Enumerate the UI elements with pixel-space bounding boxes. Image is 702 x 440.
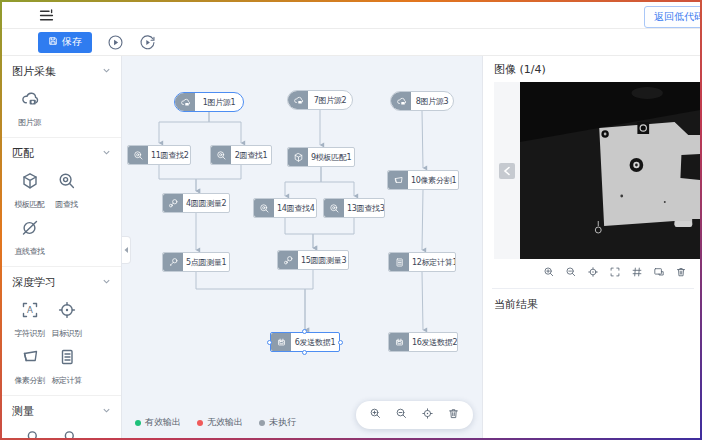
node-label: 12标定计算1 bbox=[409, 253, 455, 271]
pixel-segment-icon bbox=[388, 171, 408, 189]
result-panel: 图像 (1/4) bbox=[483, 56, 700, 438]
flow-canvas[interactable]: 1图片源17图片源28图片源311圆查找22圆查找19模板匹配110像素分割14… bbox=[122, 56, 483, 438]
zoom-out-icon bbox=[565, 266, 577, 281]
circle-find-icon bbox=[57, 171, 77, 195]
prev-image-button[interactable] bbox=[499, 163, 515, 179]
tool-label: 直线查找 bbox=[15, 246, 45, 257]
locate-button[interactable] bbox=[587, 266, 599, 281]
tool-circle-find[interactable]: 圆查找 bbox=[51, 171, 82, 210]
save-icon bbox=[48, 36, 58, 48]
tool-image-source[interactable]: 图片源 bbox=[14, 89, 45, 128]
chevron-down-icon bbox=[102, 147, 111, 160]
tool-label: 标定计算 bbox=[52, 375, 82, 386]
svg-text:A: A bbox=[27, 305, 33, 315]
flow-node-n12[interactable]: 12标定计算1 bbox=[388, 252, 456, 272]
tool-target-recog[interactable]: 目标识别 bbox=[51, 300, 82, 339]
section-header[interactable]: 测量 bbox=[12, 403, 111, 419]
topbar: 返回低代码 bbox=[2, 2, 700, 29]
node-label: 9模板匹配1 bbox=[308, 148, 354, 166]
image-source-icon bbox=[175, 93, 195, 111]
run-continuous-button[interactable] bbox=[138, 33, 156, 51]
node-label: 7图片源2 bbox=[308, 91, 352, 109]
section-title: 图片采集 bbox=[12, 64, 56, 79]
flow-node-n13[interactable]: 13圆查找3 bbox=[323, 198, 385, 218]
tool-label: 目标识别 bbox=[52, 328, 82, 339]
tool-circle-circle-measure[interactable]: 圆圆测量 bbox=[14, 429, 45, 438]
flow-node-n7[interactable]: 7图片源2 bbox=[287, 90, 353, 110]
legend-label: 未执行 bbox=[269, 416, 296, 429]
image-viewer bbox=[483, 82, 700, 259]
flow-node-n16[interactable]: 16发送数据2 bbox=[388, 332, 458, 352]
tool-point-circle-measure[interactable]: 点圆测量 bbox=[51, 429, 82, 438]
save-button[interactable]: 保存 bbox=[38, 32, 92, 53]
compare-icon bbox=[653, 266, 665, 281]
menu-icon[interactable] bbox=[38, 7, 55, 24]
delete-button[interactable] bbox=[447, 407, 460, 423]
section-header[interactable]: 深度学习 bbox=[12, 274, 111, 290]
port-bottom[interactable] bbox=[302, 350, 307, 355]
image-counter: 图像 (1/4) bbox=[483, 56, 700, 82]
template-match-icon bbox=[20, 171, 40, 195]
sidebar-section-0: 图片采集图片源 bbox=[2, 56, 121, 138]
flow-node-n9[interactable]: 9模板匹配1 bbox=[287, 147, 355, 167]
point-circle-measure-icon bbox=[163, 253, 183, 271]
zoom-out-button[interactable] bbox=[565, 266, 577, 281]
send-data-icon bbox=[389, 333, 409, 351]
section-title: 匹配 bbox=[12, 146, 34, 161]
flow-node-n4[interactable]: 4圆圆测量2 bbox=[162, 193, 230, 213]
flow-node-n5[interactable]: 5点圆测量1 bbox=[162, 252, 230, 272]
back-to-lowcode-button[interactable]: 返回低代码 bbox=[644, 6, 702, 28]
zoom-in-button[interactable] bbox=[543, 266, 555, 281]
status-legend: 有效输出无效输出未执行 bbox=[135, 416, 296, 429]
delete-button[interactable] bbox=[675, 266, 687, 281]
target-recog-icon bbox=[57, 300, 77, 324]
circle-find-icon bbox=[254, 199, 274, 217]
image-source-icon bbox=[288, 91, 308, 109]
tool-calib-calc[interactable]: 标定计算 bbox=[51, 347, 82, 386]
tool-label: 模板匹配 bbox=[15, 199, 45, 210]
tool-label: 图片源 bbox=[18, 117, 41, 128]
flow-node-n1[interactable]: 1图片源1 bbox=[174, 92, 244, 112]
flow-node-n8[interactable]: 8图片源3 bbox=[390, 91, 454, 111]
flow-node-n14[interactable]: 14圆查找4 bbox=[253, 198, 317, 218]
tool-pixel-segment[interactable]: 像素分割 bbox=[14, 347, 45, 386]
flow-node-n11[interactable]: 11圆查找2 bbox=[127, 145, 191, 165]
circle-find-icon bbox=[128, 146, 148, 164]
sidebar-section-3: 测量圆圆测量点圆测量点点测量 bbox=[2, 396, 121, 438]
node-label: 11圆查找2 bbox=[148, 146, 190, 164]
image-source-icon bbox=[20, 89, 40, 113]
tool-char-recog[interactable]: A字符识别 bbox=[14, 300, 45, 339]
camera-image[interactable] bbox=[520, 82, 700, 259]
run-button[interactable] bbox=[106, 33, 124, 51]
tool-line-find[interactable]: 直线查找 bbox=[14, 218, 45, 257]
locate-icon bbox=[421, 407, 434, 423]
flow-node-n6[interactable]: 6发送数据1 bbox=[270, 332, 340, 352]
section-header[interactable]: 图片采集 bbox=[12, 63, 111, 79]
tool-template-match[interactable]: 模板匹配 bbox=[14, 171, 45, 210]
viewer-nav-strip bbox=[494, 82, 520, 259]
zoom-out-button[interactable] bbox=[395, 407, 408, 423]
flow-node-n2[interactable]: 2圆查找1 bbox=[210, 145, 272, 165]
section-header[interactable]: 匹配 bbox=[12, 145, 111, 161]
port-top[interactable] bbox=[302, 329, 307, 334]
port-right[interactable] bbox=[338, 340, 343, 345]
port-left[interactable] bbox=[267, 340, 272, 345]
flow-node-n10[interactable]: 10像素分割1 bbox=[387, 170, 459, 190]
toolbar: 保存 bbox=[2, 29, 700, 56]
app-window: 返回低代码 保存 图片采集图片源匹配模板匹配圆查找直线查找深度学习A字符识别目标… bbox=[0, 0, 702, 440]
locate-button[interactable] bbox=[421, 407, 434, 423]
fullscreen-icon bbox=[609, 266, 621, 281]
flow-node-n15[interactable]: 15圆圆测量3 bbox=[277, 250, 349, 270]
circle-circle-measure-icon bbox=[163, 194, 183, 212]
section-title: 深度学习 bbox=[12, 275, 56, 290]
zoom-in-icon bbox=[543, 266, 555, 281]
node-label: 4圆圆测量2 bbox=[183, 194, 229, 212]
circle-circle-measure-icon bbox=[20, 429, 40, 438]
zoom-in-button[interactable] bbox=[369, 407, 382, 423]
fullscreen-button[interactable] bbox=[609, 266, 621, 281]
point-circle-measure-icon bbox=[57, 429, 77, 438]
compare-button[interactable] bbox=[653, 266, 665, 281]
grid-button[interactable] bbox=[631, 266, 643, 281]
collapse-sidebar-handle[interactable] bbox=[122, 236, 131, 264]
node-label: 16发送数据2 bbox=[409, 333, 457, 351]
